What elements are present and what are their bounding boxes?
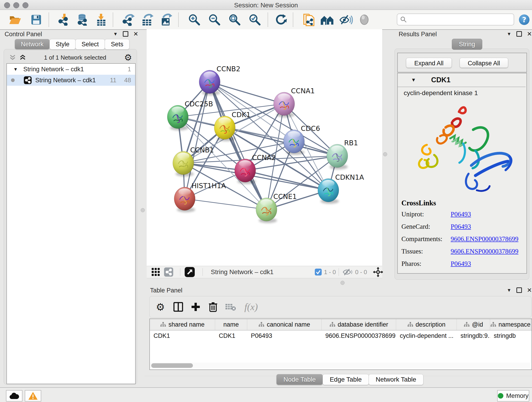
network-overview-button[interactable] bbox=[164, 267, 173, 277]
tab-style[interactable]: Style bbox=[50, 39, 76, 50]
column-header-namespace[interactable]: namespace bbox=[490, 319, 531, 330]
table-panel-float-icon[interactable] bbox=[516, 287, 522, 293]
edge-ccne1-hist1h1a[interactable] bbox=[185, 199, 266, 210]
table-panel-close-icon[interactable]: ✕ bbox=[527, 288, 532, 293]
expand-all-icon[interactable] bbox=[19, 55, 26, 61]
collapse-all-icon[interactable] bbox=[9, 55, 16, 61]
control-panel-menu-icon[interactable]: ▼ bbox=[113, 32, 118, 36]
network-options-gear-icon[interactable]: ⚙ bbox=[124, 53, 132, 62]
results-entry-header[interactable]: ▼ CDK1 bbox=[398, 73, 526, 87]
tab-string[interactable]: String bbox=[452, 39, 482, 50]
left-splitter-handle[interactable] bbox=[141, 208, 145, 212]
collapse-all-button[interactable]: Collapse All bbox=[460, 58, 508, 68]
tab-select[interactable]: Select bbox=[75, 39, 105, 50]
zoom-in-button[interactable] bbox=[187, 13, 201, 26]
node-cdk1[interactable]: CDK1 bbox=[214, 111, 251, 141]
table-cell[interactable]: stringdb:9... bbox=[457, 331, 490, 341]
tab-node-table[interactable]: Node Table bbox=[276, 374, 323, 385]
tab-network[interactable]: Network bbox=[15, 39, 50, 50]
show-columns-button[interactable] bbox=[172, 300, 185, 313]
tab-network-table[interactable]: Network Table bbox=[369, 374, 423, 385]
node-cdkn1a[interactable]: CDKN1A bbox=[318, 173, 364, 204]
zoom-selected-button[interactable] bbox=[248, 13, 262, 26]
show-graphics-button[interactable] bbox=[357, 13, 371, 26]
import-database-button[interactable] bbox=[76, 13, 89, 26]
table-cell[interactable]: stringdb bbox=[490, 331, 531, 341]
network-canvas[interactable]: CCNB2CCNA1CDC25BCDK1CDC6RB1CCNB1CCNA2CDK… bbox=[147, 29, 382, 266]
column-header-description[interactable]: description bbox=[396, 319, 457, 330]
birds-eye-view-button[interactable] bbox=[151, 267, 160, 277]
node-ccne1[interactable]: CCNE1 bbox=[256, 192, 297, 223]
warnings-button[interactable] bbox=[25, 390, 41, 402]
edge-ccnb2-ccna1[interactable] bbox=[210, 82, 284, 104]
crosslink-link[interactable]: P06493 bbox=[451, 223, 471, 230]
column-header-shared-name[interactable]: shared name bbox=[150, 319, 215, 330]
network-view-toolbar: String Network – cdk1 1 - 0 0 - 0 bbox=[147, 266, 382, 278]
entry-collapse-icon[interactable]: ▼ bbox=[411, 77, 416, 83]
network-tree-row[interactable]: String Network – cdk11148 bbox=[7, 75, 135, 86]
column-header-id[interactable]: @id bbox=[457, 319, 490, 330]
table-cell[interactable]: cyclin-dependent ... bbox=[396, 331, 457, 341]
export-image-button[interactable] bbox=[159, 13, 173, 26]
export-network-button[interactable] bbox=[122, 13, 136, 26]
help-button[interactable]: ? bbox=[517, 13, 531, 26]
results-panel-close-icon[interactable]: ✕ bbox=[527, 32, 532, 36]
node-ccna1[interactable]: CCNA1 bbox=[273, 87, 315, 117]
edge-ccnb2-ccne1[interactable] bbox=[210, 82, 266, 210]
table-cell[interactable]: 9606.ENSP00000378699 bbox=[322, 331, 396, 341]
table-horizontal-scrollbar[interactable] bbox=[150, 363, 531, 369]
zoom-fit-button[interactable] bbox=[228, 13, 241, 26]
search-box[interactable] bbox=[397, 13, 514, 26]
node-hist1h1a[interactable]: HIST1H1A bbox=[174, 182, 226, 212]
home-networks-button[interactable] bbox=[320, 13, 334, 26]
cloud-status-button[interactable] bbox=[6, 390, 22, 402]
edge-ccna2-cdkn1a[interactable] bbox=[245, 171, 328, 190]
node-rb1[interactable]: RB1 bbox=[327, 139, 358, 169]
tree-expander-icon[interactable]: ▼ bbox=[13, 67, 18, 72]
network-tree-row[interactable]: ▼String Network – cdk11 bbox=[7, 64, 135, 75]
memory-button[interactable]: Memory bbox=[497, 390, 529, 402]
create-column-button[interactable] bbox=[189, 300, 202, 313]
table-cell[interactable]: P06493 bbox=[247, 331, 322, 341]
import-network-button[interactable] bbox=[58, 13, 71, 26]
control-panel-close-icon[interactable]: ✕ bbox=[133, 32, 138, 36]
save-session-button[interactable] bbox=[29, 13, 43, 26]
search-input[interactable] bbox=[409, 16, 514, 23]
fit-selected-button[interactable] bbox=[373, 267, 383, 277]
zoom-out-button[interactable] bbox=[208, 13, 221, 26]
crosslink-link[interactable]: P06493 bbox=[451, 260, 471, 268]
scrollbar-thumb[interactable] bbox=[151, 363, 193, 368]
column-header-canonical-name[interactable]: canonical name bbox=[247, 319, 322, 330]
crosslink-link[interactable]: 9606.ENSP00000378699 bbox=[451, 235, 519, 243]
column-header-database-identifier[interactable]: database identifier bbox=[322, 319, 396, 330]
crosslink-link[interactable]: P06493 bbox=[451, 211, 471, 218]
table-panel-menu-icon[interactable]: ▼ bbox=[507, 288, 511, 293]
table-options-button[interactable]: ⚙ bbox=[154, 300, 167, 313]
horizontal-splitter-handle[interactable] bbox=[341, 281, 345, 285]
export-table-button[interactable] bbox=[141, 13, 154, 26]
delete-columns-button[interactable] bbox=[206, 300, 220, 313]
edge-ccnb2-hist1h1a[interactable] bbox=[185, 82, 210, 199]
table-cell[interactable]: CDK1 bbox=[215, 331, 247, 341]
node-table[interactable]: shared namenamecanonical namedatabase id… bbox=[149, 319, 532, 370]
tab-sets[interactable]: Sets bbox=[105, 39, 129, 50]
node-ccnb1[interactable]: CCNB1 bbox=[173, 146, 214, 177]
table-cell[interactable]: CDK1 bbox=[150, 331, 215, 341]
checkbox-icon[interactable] bbox=[315, 269, 322, 275]
import-table-button[interactable] bbox=[94, 13, 108, 26]
expand-all-button[interactable]: Expand All bbox=[406, 58, 452, 68]
refresh-button[interactable] bbox=[274, 13, 288, 26]
table-row[interactable]: CDK1CDK1P064939606.ENSP00000378699cyclin… bbox=[150, 331, 532, 341]
control-panel-float-icon[interactable] bbox=[123, 31, 128, 37]
crosslink-link[interactable]: 9606.ENSP00000378699 bbox=[451, 248, 519, 255]
column-header-name[interactable]: name bbox=[215, 319, 247, 330]
tab-edge-table[interactable]: Edge Table bbox=[323, 374, 369, 385]
network-from-file-button[interactable] bbox=[302, 13, 316, 26]
right-splitter-handle[interactable] bbox=[383, 152, 387, 156]
results-panel-float-icon[interactable] bbox=[516, 31, 522, 37]
hide-unhide-button[interactable] bbox=[339, 13, 353, 26]
detach-view-button[interactable] bbox=[185, 267, 195, 277]
node-label-ccnb2: CCNB2 bbox=[216, 65, 240, 73]
results-panel-menu-icon[interactable]: ▼ bbox=[507, 32, 511, 36]
open-session-button[interactable] bbox=[8, 13, 22, 26]
